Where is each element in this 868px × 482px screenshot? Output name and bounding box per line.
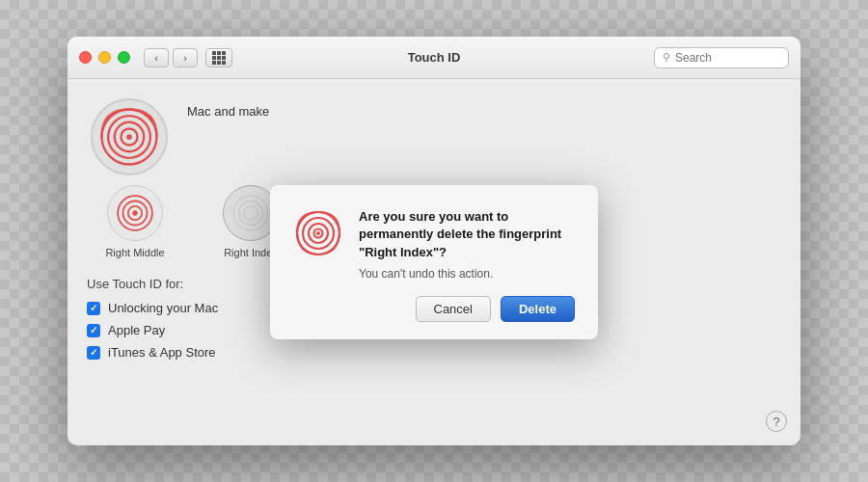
cancel-button[interactable]: Cancel	[416, 296, 491, 322]
back-button[interactable]: ‹	[144, 48, 169, 67]
window-title: Touch ID	[408, 50, 461, 65]
main-window: ‹ › Touch ID ⚲	[68, 37, 800, 445]
svg-point-19	[316, 231, 320, 235]
modal-top: Are you sure you want to permanently del…	[293, 208, 575, 281]
modal-title: Are you sure you want to permanently del…	[359, 208, 575, 261]
confirm-delete-modal: Are you sure you want to permanently del…	[270, 185, 598, 339]
search-icon: ⚲	[663, 51, 670, 64]
forward-button[interactable]: ›	[173, 48, 198, 67]
modal-buttons: Cancel Delete	[293, 296, 575, 322]
modal-fingerprint-icon	[293, 208, 343, 258]
traffic-lights	[79, 51, 130, 64]
search-box[interactable]: ⚲	[654, 47, 789, 68]
maximize-button[interactable]	[118, 51, 130, 64]
titlebar: ‹ › Touch ID ⚲	[68, 37, 800, 79]
modal-overlay: Are you sure you want to permanently del…	[68, 79, 800, 445]
modal-text-area: Are you sure you want to permanently del…	[359, 208, 575, 281]
minimize-button[interactable]	[98, 51, 111, 64]
delete-button[interactable]: Delete	[501, 296, 575, 322]
close-button[interactable]	[79, 51, 92, 64]
modal-subtitle: You can't undo this action.	[359, 267, 575, 281]
window-content: Mac and make Right Middle	[68, 79, 800, 445]
grid-icon	[212, 51, 226, 65]
grid-view-button[interactable]	[205, 48, 232, 67]
nav-buttons: ‹ ›	[144, 48, 198, 67]
search-input[interactable]	[675, 51, 780, 65]
